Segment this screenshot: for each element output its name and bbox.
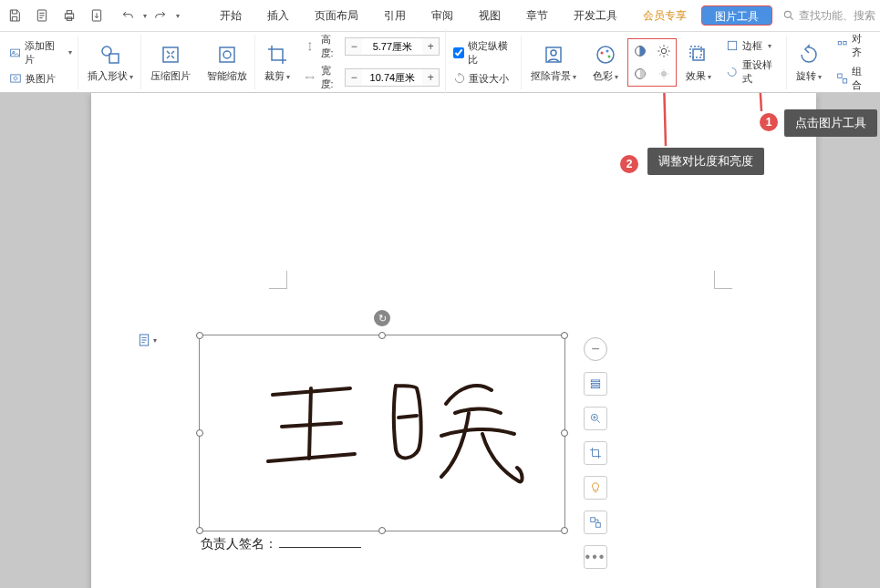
search-icon — [782, 9, 795, 22]
group-button[interactable]: 组合 — [836, 65, 871, 92]
decrease-brightness-button[interactable] — [654, 64, 674, 84]
ribbon: 添加图片▾ 换图片 插入形状▾ 压缩图片 智能缩放 裁剪▾ 高度: — [0, 32, 880, 93]
undo-dropdown-icon[interactable]: ▾ — [143, 12, 147, 20]
tab-picture-tools[interactable]: 图片工具 — [701, 5, 772, 26]
insert-shape-group: 插入形状▾ — [80, 35, 141, 89]
width-icon — [305, 71, 316, 84]
effect-button[interactable]: 效果▾ — [686, 42, 711, 83]
svg-rect-2 — [67, 11, 71, 14]
resize-handle[interactable] — [561, 429, 568, 437]
svg-rect-37 — [596, 523, 601, 528]
rotate-icon — [796, 42, 822, 67]
svg-point-17 — [601, 51, 604, 54]
crop-icon — [264, 42, 290, 67]
height-row: 高度: − + — [305, 33, 440, 60]
tab-dev[interactable]: 开发工具 — [561, 0, 630, 32]
print-preview-icon[interactable] — [32, 5, 52, 26]
height-decrease[interactable]: − — [346, 38, 362, 55]
smart-zoom-group: 智能缩放 — [200, 35, 255, 89]
add-picture-button[interactable]: 添加图片▾ — [9, 39, 72, 67]
resize-handle[interactable] — [561, 332, 568, 339]
tab-ref[interactable]: 引用 — [371, 0, 419, 32]
resize-handle[interactable] — [196, 527, 203, 534]
width-decrease[interactable]: − — [346, 69, 362, 86]
svg-rect-24 — [693, 49, 704, 60]
compress-button[interactable]: 压缩图片 — [150, 42, 191, 83]
tab-member[interactable]: 会员专享 — [630, 0, 699, 32]
svg-point-5 — [784, 11, 791, 17]
tab-start[interactable]: 开始 — [207, 0, 254, 32]
annotation-callout-2: 调整对比度和亮度 — [647, 148, 764, 175]
tab-review[interactable]: 审阅 — [419, 0, 466, 32]
lightbulb-button[interactable] — [584, 476, 607, 500]
redo-icon[interactable] — [150, 5, 171, 26]
margin-mark-tr — [714, 271, 732, 289]
zoom-button[interactable] — [584, 407, 607, 430]
height-icon — [305, 40, 316, 53]
redo-dropdown-icon[interactable]: ▾ — [176, 12, 180, 20]
svg-rect-29 — [837, 74, 841, 77]
decrease-contrast-button[interactable] — [630, 64, 650, 84]
paragraph-options-icon[interactable]: ▾ — [137, 333, 157, 347]
crop-button[interactable]: 裁剪▾ — [264, 42, 290, 83]
effect-icon — [686, 42, 711, 67]
print-icon[interactable] — [59, 5, 79, 26]
undo-icon[interactable] — [118, 5, 138, 26]
svg-rect-25 — [690, 46, 701, 57]
lock-ratio-checkbox[interactable]: 锁定纵横比 — [453, 39, 515, 67]
width-increase[interactable]: + — [422, 69, 439, 86]
align-button[interactable]: 对齐 — [836, 32, 871, 59]
tab-chapter[interactable]: 章节 — [513, 0, 561, 32]
layout-options-button[interactable] — [584, 372, 607, 396]
undo-redo: ▾ ▾ — [118, 5, 180, 26]
search-input[interactable]: 查找功能、搜索 — [782, 8, 875, 24]
svg-rect-26 — [729, 41, 737, 49]
crop-side-button[interactable] — [584, 441, 607, 465]
increase-brightness-button[interactable] — [654, 41, 674, 61]
increase-contrast-button[interactable] — [630, 41, 650, 61]
svg-point-15 — [551, 50, 556, 56]
color-button[interactable]: 色彩▾ — [593, 42, 618, 83]
insert-shape-button[interactable]: 插入形状▾ — [88, 42, 133, 83]
svg-point-19 — [608, 55, 611, 57]
document-area: ▾ ↻ — [0, 93, 880, 588]
border-reset-group: 边框▾ 重设样式 — [720, 36, 786, 89]
swap-picture-button[interactable]: 换图片 — [9, 72, 72, 86]
smart-zoom-icon — [214, 42, 240, 67]
smart-zoom-button[interactable]: 智能缩放 — [207, 42, 247, 83]
resize-handle[interactable] — [378, 527, 386, 534]
annotation-number-1: 1 — [760, 113, 778, 131]
remove-bg-button[interactable]: 抠除背景▾ — [531, 42, 576, 83]
border-button[interactable]: 边框▾ — [726, 39, 780, 53]
svg-rect-33 — [591, 383, 599, 385]
width-input[interactable] — [362, 69, 422, 86]
height-increase[interactable]: + — [422, 38, 439, 55]
reset-style-button[interactable]: 重设样式 — [726, 58, 780, 86]
svg-rect-11 — [163, 47, 178, 62]
resize-handle[interactable] — [196, 332, 203, 339]
svg-rect-27 — [838, 42, 841, 45]
resize-handle[interactable] — [561, 527, 568, 534]
height-label: 高度: — [321, 33, 340, 60]
tab-layout[interactable]: 页面布局 — [302, 0, 371, 32]
export-icon[interactable] — [87, 5, 107, 26]
transform-button[interactable] — [584, 511, 607, 534]
color-group: 色彩▾ — [585, 35, 626, 89]
svg-rect-30 — [843, 79, 846, 83]
resize-handle[interactable] — [378, 332, 386, 339]
rotate-handle[interactable]: ↻ — [374, 310, 390, 326]
reset-size-button[interactable]: 重设大小 — [453, 72, 515, 86]
height-input[interactable] — [362, 38, 422, 55]
rotate-button[interactable]: 旋转▾ — [796, 42, 822, 83]
collapse-button[interactable]: − — [584, 337, 607, 361]
selected-image[interactable]: ↻ — [199, 335, 565, 531]
crop-group: 裁剪▾ — [257, 35, 297, 89]
search-placeholder: 查找功能、搜索 — [799, 8, 875, 24]
save-icon[interactable] — [5, 5, 25, 26]
height-spinner: − + — [345, 37, 440, 56]
svg-point-23 — [662, 71, 667, 76]
more-button[interactable]: ••• — [584, 545, 607, 569]
resize-handle[interactable] — [196, 429, 203, 437]
tab-view[interactable]: 视图 — [466, 0, 513, 32]
tab-insert[interactable]: 插入 — [254, 0, 302, 32]
